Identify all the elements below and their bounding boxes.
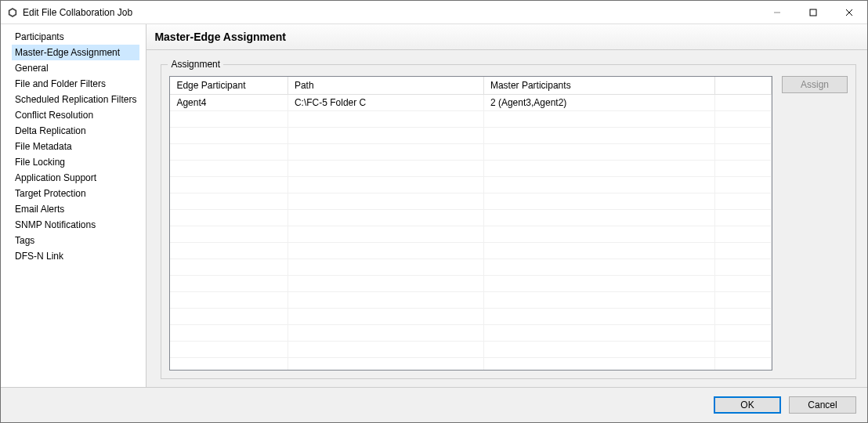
main-content: Assignment Edge ParticipantPathMaster Pa… [146,50,867,387]
table-row [170,325,771,342]
column-header[interactable]: Path [288,77,483,95]
table-row [170,292,771,309]
table-row [170,358,771,371]
settings-nav: ParticipantsMaster-Edge AssignmentGenera… [1,24,146,387]
table-row [170,144,771,161]
minimize-button[interactable] [759,1,795,24]
app-icon [7,7,18,18]
nav-item[interactable]: File Metadata [12,139,139,154]
close-button[interactable] [831,1,867,24]
page-title: Master-Edge Assignment [146,24,867,50]
table-cell: Agent4 [170,95,288,111]
dialog-footer: OK Cancel [1,388,867,422]
nav-item[interactable]: SNMP Notifications [12,217,139,233]
dialog-window: Edit File Collaboration Job Participants… [0,0,868,423]
nav-item[interactable]: Email Alerts [12,201,139,217]
table-row [170,177,771,193]
table-cell: C:\FC-5 Folder C [288,95,483,111]
table-row [170,210,771,226]
ok-button[interactable]: OK [714,396,781,414]
nav-item[interactable]: Delta Replication [12,123,139,139]
column-header[interactable] [714,77,771,95]
maximize-button[interactable] [795,1,831,24]
assignment-groupbox: Assignment Edge ParticipantPathMaster Pa… [161,64,856,379]
groupbox-label: Assignment [168,59,223,70]
nav-item[interactable]: Target Protection [12,186,139,201]
svg-rect-3 [810,9,816,16]
main-panel: Master-Edge Assignment Assignment Edge P… [146,24,867,387]
assignment-table[interactable]: Edge ParticipantPathMaster Participants … [169,76,772,371]
table-row [170,111,771,128]
table-row [170,276,771,292]
side-buttons: Assign [782,76,848,371]
nav-item[interactable]: File Locking [12,154,139,170]
table-row [170,226,771,243]
title-bar: Edit File Collaboration Job [1,1,867,24]
nav-item[interactable]: Scheduled Replication Filters [12,92,139,107]
nav-item[interactable]: Participants [12,29,139,45]
cancel-button[interactable]: Cancel [789,396,856,414]
nav-item[interactable]: Tags [12,233,139,248]
table-row [170,342,771,358]
dialog-body: ParticipantsMaster-Edge AssignmentGenera… [1,24,867,388]
column-header[interactable]: Master Participants [483,77,714,95]
table-row [170,243,771,259]
table-row [170,259,771,276]
nav-item[interactable]: Master-Edge Assignment [12,45,139,60]
table-cell: 2 (Agent3,Agent2) [483,95,714,111]
table-row [170,309,771,325]
nav-item[interactable]: Application Support [12,170,139,186]
assign-button[interactable]: Assign [782,76,848,93]
table-row[interactable]: Agent4C:\FC-5 Folder C2 (Agent3,Agent2) [170,95,771,111]
nav-item[interactable]: DFS-N Link [12,248,139,264]
table-row [170,161,771,177]
table-row [170,193,771,210]
column-header[interactable]: Edge Participant [170,77,288,95]
nav-item[interactable]: Conflict Resolution [12,107,139,123]
nav-item[interactable]: File and Folder Filters [12,76,139,92]
window-title: Edit File Collaboration Job [23,7,132,18]
table-row [170,128,771,144]
table-cell [714,95,771,111]
nav-item[interactable]: General [12,60,139,76]
